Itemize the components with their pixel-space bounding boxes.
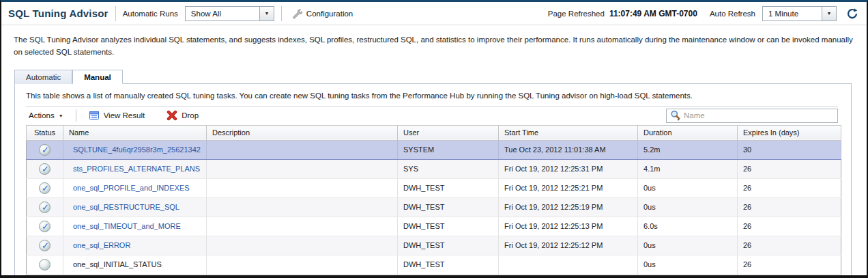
wrench-icon [291, 8, 302, 19]
task-table-body: SQLTUNE_4fu6qr2958r3m_25621342SYSTEMTue … [27, 140, 841, 278]
task-name-cell: sts_PROFILES_ALTERNATE_PLANS [63, 159, 207, 178]
page-refreshed-time: 11:07:49 AM GMT-0700 [609, 9, 697, 18]
status-completed-icon [39, 163, 50, 175]
task-description-cell [207, 178, 398, 197]
task-duration-cell: 6.0s [638, 217, 738, 236]
task-duration-cell: 5.2m [638, 140, 738, 159]
tab-bar: Automatic Manual [14, 70, 852, 83]
task-description-cell [207, 236, 398, 255]
name-search-box [666, 109, 838, 123]
status-completed-icon [39, 201, 50, 213]
task-name-link[interactable]: one_sql_ERROR [73, 241, 130, 249]
task-name-link[interactable]: one_sql_PROFILE_and_INDEXES [73, 184, 190, 192]
task-status-cell [27, 217, 63, 236]
table-row[interactable]: SQLTUNE_4fu6qr2958r3m_25621342SYSTEMTue … [27, 140, 841, 159]
table-description: This table shows a list of manually crea… [15, 84, 851, 106]
status-completed-icon [39, 221, 50, 232]
actions-label: Actions [29, 111, 55, 120]
col-header-status[interactable]: Status [27, 125, 63, 140]
task-description-cell [207, 255, 398, 274]
task-status-cell [27, 178, 63, 197]
task-duration-cell: 4.1m [638, 159, 738, 178]
task-start-time-cell: Fri Oct 19, 2012 12:25:31 PM [499, 159, 638, 178]
status-completed-icon [39, 182, 50, 194]
actions-menu-button[interactable]: Actions ▼ [26, 110, 66, 121]
task-expires-cell: 26 [738, 197, 841, 217]
divider [281, 6, 282, 21]
status-initial-icon [39, 259, 50, 270]
task-status-cell [27, 159, 63, 178]
task-name-link[interactable]: SQLTUNE_4fu6qr2958r3m_25621342 [73, 145, 201, 154]
task-status-cell [27, 197, 63, 217]
page-refreshed-label: Page Refreshed [548, 10, 605, 18]
task-user-cell: SYSTEM [398, 140, 499, 159]
task-description-cell [207, 217, 398, 236]
table-row[interactable]: one_sql_TIMEOUT_and_MOREDWH_TESTFri Oct … [27, 217, 841, 236]
task-expires-cell: 26 [738, 217, 841, 236]
col-header-user[interactable]: User [398, 125, 499, 140]
task-status-cell [27, 140, 63, 159]
task-name-link[interactable]: one_sql_TIMEOUT_and_MORE [73, 222, 181, 230]
task-user-cell: DWH_TEST [398, 255, 499, 274]
chevron-down-icon: ▼ [59, 113, 63, 118]
view-result-button[interactable]: View Result [86, 109, 148, 122]
task-start-time-cell: Fri Oct 19, 2012 12:25:13 PM [499, 217, 638, 236]
task-name-link[interactable]: sts_PROFILES_ALTERNATE_PLANS [73, 165, 200, 173]
intro-text: The SQL Tuning Advisor analyzes individu… [1, 25, 867, 61]
task-name-text: one_sql_INITIAL_STATUS [73, 260, 162, 268]
task-user-cell: DWH_TEST [398, 178, 499, 197]
page-title: SQL Tuning Advisor [8, 8, 108, 19]
task-expires-cell: 30 [738, 140, 841, 159]
task-name-link[interactable]: one_sql_RESTRUCTURE_SQL [73, 203, 179, 211]
table-row[interactable]: one_sql_PROFILE_and_INDEXESDWH_TESTFri O… [27, 178, 841, 197]
task-duration-cell: 0us [638, 236, 738, 255]
page-refreshed: Page Refreshed 11:07:49 AM GMT-0700 [548, 9, 697, 18]
table-row[interactable]: one_sql_INITIAL_STATUSDWH_TEST0us26 [27, 255, 841, 274]
status-completed-icon [39, 240, 50, 251]
task-duration-cell: 0us [638, 178, 738, 197]
red-x-icon [167, 110, 177, 121]
auto-refresh-label: Auto Refresh [710, 10, 755, 18]
auto-refresh-dropdown[interactable]: 1 Minute ▼ [762, 6, 837, 21]
task-name-cell: one_sql_TIMEOUT_and_MORE [63, 217, 207, 236]
status-completed-icon [39, 144, 50, 156]
tuning-tasks-table: Status Name Description User Start Time … [26, 125, 841, 278]
auto-refresh-value: 1 Minute [763, 7, 822, 20]
configuration-button[interactable]: Configuration [289, 7, 356, 20]
task-name-cell: one_sql_RESTRUCTURE_SQL [63, 197, 207, 217]
col-header-name[interactable]: Name [63, 125, 207, 140]
task-description-cell [207, 140, 398, 159]
tab-automatic[interactable]: Automatic [14, 70, 72, 84]
tab-manual[interactable]: Manual [72, 70, 123, 84]
automatic-runs-label: Automatic Runs [123, 10, 178, 18]
table-toolbar: Actions ▼ View Result Drop [26, 107, 838, 125]
chevron-down-icon[interactable]: ▼ [822, 7, 836, 20]
search-icon[interactable] [669, 109, 682, 122]
col-header-expires[interactable]: Expires In (days) [738, 125, 841, 140]
task-name-cell: one_sql_INITIAL_STATUS [63, 255, 207, 274]
table-row[interactable]: sts_PROFILES_ALTERNATE_PLANSSYSFri Oct 1… [27, 159, 841, 178]
table-row[interactable]: one_sql_ERRORDWH_TESTFri Oct 19, 2012 12… [27, 236, 841, 255]
search-input[interactable] [684, 111, 835, 120]
chevron-down-icon[interactable]: ▼ [259, 7, 274, 20]
task-user-cell: DWH_TEST [398, 236, 499, 255]
refresh-icon[interactable] [846, 8, 858, 20]
automatic-runs-dropdown[interactable]: Show All ▼ [185, 6, 274, 21]
col-header-start-time[interactable]: Start Time [499, 125, 638, 140]
task-user-cell: DWH_TEST [398, 197, 499, 217]
task-name-cell: SQLTUNE_4fu6qr2958r3m_25621342 [63, 140, 207, 159]
divider [115, 6, 116, 21]
drop-label: Drop [182, 111, 199, 120]
top-bar: SQL Tuning Advisor Automatic Runs Show A… [1, 2, 867, 25]
table-row[interactable]: one_sql_RESTRUCTURE_SQLDWH_TESTFri Oct 1… [27, 197, 841, 217]
report-window-icon [89, 110, 100, 121]
window-bottom-edge [0, 275, 868, 278]
drop-button[interactable]: Drop [164, 109, 201, 122]
col-header-duration[interactable]: Duration [638, 125, 738, 140]
col-header-description[interactable]: Description [207, 125, 398, 140]
task-expires-cell: 26 [738, 236, 841, 255]
configuration-label: Configuration [306, 10, 353, 18]
task-duration-cell: 0us [638, 197, 738, 217]
task-start-time-cell: Fri Oct 19, 2012 12:25:12 PM [499, 236, 638, 255]
task-description-cell [207, 197, 398, 217]
